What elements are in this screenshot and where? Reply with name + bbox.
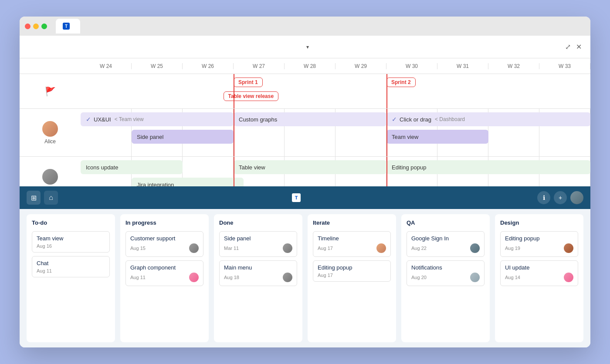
- new-tab-button[interactable]: [84, 20, 96, 32]
- card-date: Aug 20: [411, 275, 427, 280]
- member-row: JillIcons updateJira integrationTable vi…: [20, 157, 590, 186]
- card-meta: Aug 14: [505, 273, 573, 282]
- week-cell: W 29: [336, 63, 386, 69]
- tasks-area: Icons updateJira integrationTable viewEd…: [81, 157, 590, 186]
- card-meta: Aug 20: [411, 273, 480, 282]
- card-date: Aug 16: [37, 243, 52, 249]
- trello-icon: T: [292, 193, 301, 202]
- card-meta: Aug 11: [37, 268, 105, 273]
- milestones-area: Sprint 1Table view releaseSprint 2: [81, 74, 590, 108]
- card-title: Graph component: [130, 264, 199, 271]
- timeline-body: 🚩 Sprint 1Table view releaseSprint 2 Ali…: [20, 74, 590, 186]
- trello-logo: T: [292, 193, 303, 202]
- task-bar[interactable]: Custom graphs: [234, 112, 386, 126]
- card-avatar: [283, 273, 292, 282]
- member-rows: Alice✓UX&UI< Team viewSide panelCustom g…: [20, 109, 590, 186]
- column-title: In progress: [125, 219, 203, 226]
- minimize-traffic-light[interactable]: [33, 24, 39, 29]
- close-traffic-light[interactable]: [25, 24, 30, 29]
- kanban-card[interactable]: Customer supportAug 15: [125, 231, 203, 257]
- maximize-traffic-light[interactable]: [41, 24, 47, 29]
- task-bar[interactable]: ✓UX&UI< Team view: [81, 112, 234, 126]
- kanban-column: IterateTimelineAug 17Editing popupAug 17: [308, 214, 396, 342]
- card-date: Aug 17: [318, 246, 333, 251]
- kanban-card[interactable]: Side panelMar 11: [219, 231, 297, 257]
- table-release-badge: Table view release: [224, 91, 279, 101]
- card-avatar: [376, 243, 386, 253]
- card-title: Chat: [37, 260, 105, 266]
- task-bar[interactable]: Icons update: [81, 160, 183, 174]
- card-title: Main menu: [224, 264, 292, 271]
- add-icon-button[interactable]: +: [554, 191, 567, 204]
- sprint2-badge: Sprint 2: [386, 78, 416, 87]
- kanban-card[interactable]: UI updateAug 14: [500, 260, 578, 286]
- task-bar[interactable]: Editing popup: [386, 160, 590, 174]
- info-icon-button[interactable]: ℹ: [537, 191, 550, 204]
- task-bar[interactable]: Side panel: [132, 130, 234, 144]
- week-cell: W 24: [81, 63, 132, 69]
- browser-tab[interactable]: T: [56, 19, 80, 34]
- column-title: To-do: [32, 219, 110, 226]
- browser-window: T ▾ ⤢ ✕ W 24W 25W 26W 27W 28W 29W 30W 31…: [20, 17, 590, 347]
- card-date: Aug 11: [37, 268, 52, 273]
- card-date: Aug 15: [130, 246, 146, 251]
- card-meta: Aug 19: [505, 243, 573, 253]
- kanban-column: DesignEditing popupAug 19UI updateAug 14: [495, 214, 583, 342]
- week-cell: W 28: [285, 63, 336, 69]
- avatar: [42, 121, 58, 137]
- card-title: UI update: [505, 264, 573, 271]
- member-row: Alice✓UX&UI< Team viewSide panelCustom g…: [20, 109, 590, 157]
- close-icon[interactable]: ✕: [576, 43, 582, 51]
- kanban-card[interactable]: Google Sign InAug 22: [407, 231, 485, 257]
- bottom-right-actions: ℹ +: [537, 191, 583, 204]
- kanban-card[interactable]: Editing popupAug 19: [500, 231, 578, 257]
- milestones-row: 🚩 Sprint 1Table view releaseSprint 2: [20, 74, 590, 109]
- task-bar[interactable]: Table view: [234, 160, 386, 174]
- task-bar[interactable]: ✓Click or drag< Dashboard: [386, 112, 590, 126]
- kanban-card[interactable]: TimelineAug 17: [313, 231, 391, 257]
- card-date: Aug 22: [411, 246, 427, 251]
- kanban-column: DoneSide panelMar 11Main menuAug 18: [214, 214, 302, 342]
- kanban-card[interactable]: Team viewAug 16: [32, 231, 110, 253]
- card-meta: Aug 11: [130, 273, 199, 282]
- kanban-board: To-doTeam viewAug 16ChatAug 11In progres…: [20, 209, 590, 347]
- card-title: Timeline: [318, 235, 386, 242]
- trello-tab-icon: T: [63, 23, 70, 30]
- card-avatar: [564, 243, 573, 253]
- kanban-card[interactable]: NotificationsAug 20: [407, 260, 485, 286]
- card-date: Aug 14: [505, 275, 520, 280]
- kanban-card[interactable]: Graph componentAug 11: [125, 260, 203, 286]
- card-title: Customer support: [130, 235, 199, 242]
- user-avatar-button[interactable]: [570, 191, 583, 204]
- card-meta: Aug 16: [37, 243, 105, 249]
- week-cell: W 27: [234, 63, 285, 69]
- week-cell: W 26: [183, 63, 234, 69]
- card-meta: Aug 22: [411, 243, 480, 253]
- card-meta: Aug 18: [224, 273, 292, 282]
- column-title: Iterate: [313, 219, 391, 226]
- column-title: Design: [500, 219, 578, 226]
- traffic-lights: [25, 24, 47, 29]
- card-title: Editing popup: [318, 264, 386, 271]
- card-title: Google Sign In: [411, 235, 480, 242]
- task-bar[interactable]: Team view: [386, 130, 488, 144]
- card-meta: Aug 17: [318, 273, 386, 278]
- column-title: QA: [407, 219, 485, 226]
- home-icon-button[interactable]: ⌂: [44, 191, 58, 205]
- kanban-column: QAGoogle Sign InAug 22NotificationsAug 2…: [401, 214, 490, 342]
- member-name: Alice: [44, 138, 56, 145]
- task-bar[interactable]: Jira integration: [132, 178, 244, 186]
- kanban-card[interactable]: Main menuAug 18: [219, 260, 297, 286]
- kanban-card[interactable]: Editing popupAug 17: [313, 260, 391, 282]
- week-cell: W 32: [488, 63, 539, 69]
- kanban-column: In progressCustomer supportAug 15Graph c…: [120, 214, 209, 342]
- grid-icon-button[interactable]: ⊞: [27, 191, 41, 205]
- card-date: Aug 19: [505, 246, 520, 251]
- flag-icon: 🚩: [45, 86, 56, 97]
- bottom-taskbar: ⊞ ⌂ T ℹ +: [20, 186, 590, 209]
- timeline-content: W 24W 25W 26W 27W 28W 29W 30W 31W 32W 33…: [20, 58, 590, 186]
- expand-icon[interactable]: ⤢: [565, 43, 571, 51]
- week-header: W 24W 25W 26W 27W 28W 29W 30W 31W 32W 33: [20, 58, 590, 74]
- group-by-control[interactable]: ▾: [301, 44, 309, 50]
- kanban-card[interactable]: ChatAug 11: [32, 256, 110, 277]
